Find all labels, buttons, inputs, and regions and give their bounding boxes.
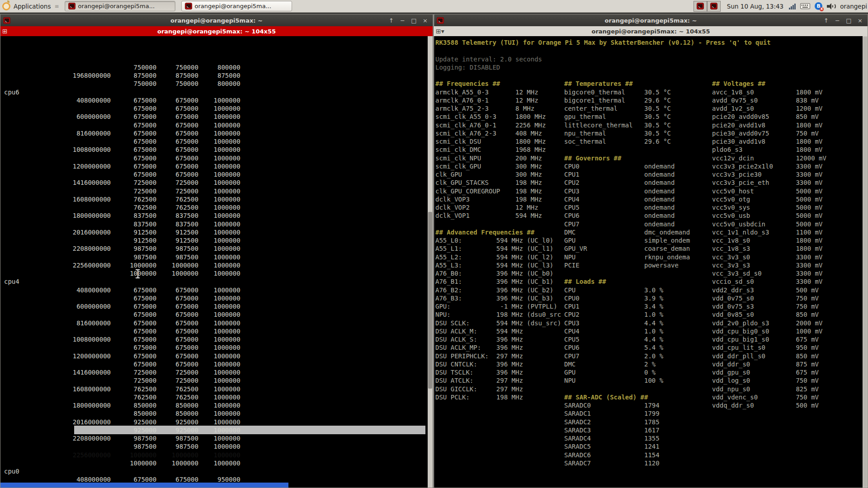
left-titlebar[interactable]: orangepi@orangepi5max: ~ ↑ − □ × [0,14,433,26]
shade-button[interactable]: ↑ [821,17,832,24]
terminal-line: vdd_0v85_s0 850 mV [712,310,826,319]
minimize-button[interactable]: − [832,17,843,24]
volume-icon[interactable] [827,3,836,10]
right-terminal-content[interactable]: RK3588 Telemetry (TUI) for Orange Pi 5 M… [434,36,868,488]
terminal-line: pcie20_avdd1v8 1800 mV [712,121,826,129]
terminal-line: gpu_thermal 30.5 °C [564,113,690,121]
terminal-line: 1008000000 675000 675000 1000000 [4,335,433,343]
terminal-icon [185,3,192,9]
terminal-line: 925000 925000 1000000 [4,426,433,434]
terminal-line: 600000000 675000 675000 1000000 [4,113,433,121]
terminal-line: 1800000000 850000 850000 1000000 [4,401,433,409]
left-terminal-content[interactable]: 750000 750000 800000 1968000000 875000 8… [0,36,433,488]
terminal-line: littlecore_thermal 30.5 °C [564,121,690,129]
terminal-line: 675000 675000 1000000 [4,170,433,178]
panel-clock[interactable]: Sun 10 Aug, 13:43 [727,3,783,10]
left-tab-title: orangepi@orangepi5max: ~ 104x55 [0,28,433,35]
terminal-line: 850000 850000 1000000 [4,409,433,418]
terminal-line: SARADC0 1794 [564,401,690,409]
terminal-line: GPU_VR coarse_deman [564,244,690,253]
left-window-controls: ↑ − □ × [386,14,431,26]
terminal-line: 675000 675000 1000000 [4,154,433,162]
terminal-line: GPU 0 % [564,368,690,376]
right-window-title: orangepi@orangepi5max: ~ [434,17,868,24]
terminal-icon [68,3,75,9]
terminal-line: 675000 675000 1000000 [4,360,433,368]
terminal-line: CPU5 ondemand [564,203,690,211]
top-panel: Applications ≡ orangepi@orangepi5ma... o… [0,0,868,13]
right-window-controls: ↑ − □ × [821,14,866,26]
terminal-line: Update interval: 2.0 seconds [435,55,771,63]
keyboard-layout-icon[interactable] [800,3,810,9]
terminal-line: 1968000000 875000 875000 875000 [4,71,433,80]
terminal-line: vdd_npu_s0 825 mV [712,385,826,393]
terminal-line: vcc_3v3_sd_s0 3300 mV [712,269,826,277]
maximize-button[interactable]: □ [408,17,420,24]
terminal-line [564,385,690,393]
terminal-icon [697,3,704,9]
terminal-line: vdd_0v75_s0 750 mV [712,294,826,302]
terminal-line: CPU3 4.4 % [564,319,690,327]
maximize-button[interactable]: □ [843,17,854,24]
pager-window-2[interactable] [707,1,721,12]
terminal-line: vcc5v0_sys 5000 mV [712,203,826,211]
pager-window-1[interactable] [693,1,707,12]
shade-button[interactable]: ↑ [386,17,397,24]
terminal-line: 675000 675000 1000000 [4,310,433,319]
orangepi-logo-icon[interactable] [2,2,10,10]
left-scrollbar-thumb[interactable] [428,212,432,389]
terminal-line: vdd_cpu_lit_s0 950 mV [712,343,826,352]
close-button[interactable]: × [420,17,431,24]
terminal-line: ## Loads ## [564,277,690,286]
panel-handle-icon: ≡ [54,3,58,9]
network-signal-icon[interactable] [789,3,796,9]
terminal-line: cpu4 [4,277,433,286]
signal-bar [793,5,794,9]
terminal-line: SARADC7 1120 [564,459,690,467]
close-button[interactable]: × [854,17,866,24]
applications-menu[interactable]: Applications [14,3,51,10]
terminal-line [435,47,771,55]
terminal-line: 2208000000 987500 987500 1000000 [4,244,433,253]
terminal-line: vdd_gpu_s0 675 mV [712,368,826,376]
terminal-line: CPU0 ondemand [564,162,690,170]
text-cursor-ibeam [136,269,140,279]
terminal-line: SARADC1 1799 [564,409,690,418]
panel-tray: Sun 10 Aug, 13:43 B orangepi [693,1,868,12]
terminal-line: vcc_3v3_s0 3300 mV [712,253,826,261]
signal-bar [791,6,792,9]
minimize-button[interactable]: − [397,17,408,24]
telemetry-temps-governors-loads-column: ## Temperatures ##bigcore0_thermal 30.5 … [564,80,690,467]
left-tab-bar-active[interactable]: ⊞ orangepi@orangepi5max: ~ 104x55 [0,26,433,36]
terminal-line: 2256000000 1000000 1000000 1000000 [4,261,433,269]
terminal-line: 1008000000 675000 675000 1000000 [4,145,433,154]
terminal-line: NPU rknpu_ondema [564,253,690,261]
terminal-line: SARADC6 1154 [564,451,690,459]
terminal-line: PCIE powersave [564,261,690,269]
terminal-line: 675000 675000 1000000 [4,343,433,352]
terminal-line: bigcore0_thermal 30.5 °C [564,88,690,96]
right-titlebar[interactable]: orangepi@orangepi5max: ~ ↑ − □ × [434,14,868,26]
terminal-line: vdd_ddr_pll_s0 850 mV [712,352,826,360]
left-scrollbar[interactable] [428,36,433,488]
taskbar-button-terminal-2[interactable]: orangepi@orangepi5ma... [181,1,292,11]
terminal-line: 408000000 675000 675000 1000000 [4,286,433,294]
right-scrollbar[interactable] [863,36,868,488]
terminal-line: ## Temperatures ## [564,80,690,88]
terminal-line: 1416000000 725000 725000 1000000 [4,178,433,187]
bluetooth-icon[interactable]: B [815,2,822,10]
terminal-line: CPU2 ondemand [564,178,690,187]
terminal-line: pcie30_avdd0v75 750 mV [712,129,826,137]
right-tab-title: orangepi@orangepi5max: ~ 104x55 [434,28,868,35]
terminal-line: vdd2_ddr_s3 500 mV [712,286,826,294]
terminal-line: SARADC5 1241 [564,442,690,450]
taskbar-button-terminal-1[interactable]: orangepi@orangepi5ma... [65,1,175,11]
terminal-line: 750000 750000 800000 [4,63,433,71]
right-tab-bar[interactable]: ⊞▾ orangepi@orangepi5max: ~ 104x55 [434,26,868,36]
terminal-line: vdd_log_s0 750 mV [712,376,826,385]
terminal-line: vcc_1v8_s3 1800 mV [712,244,826,253]
terminal-line: ## Governors ## [564,154,690,162]
right-scrollbar-thumb[interactable] [863,37,867,487]
terminal-line: pcie20_avdd0v85 850 mV [712,113,826,121]
terminal-line: cpu6 [4,88,433,96]
